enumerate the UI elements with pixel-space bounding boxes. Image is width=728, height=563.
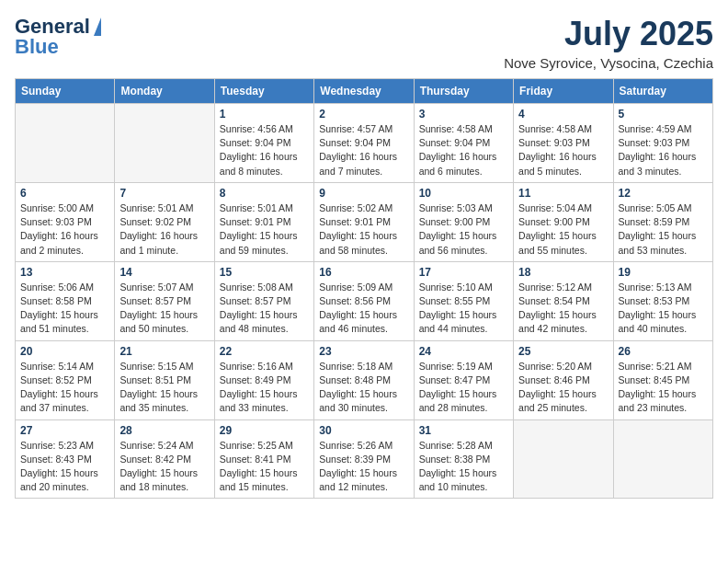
calendar-day-cell: 18Sunrise: 5:12 AM Sunset: 8:54 PM Dayli… bbox=[514, 261, 613, 340]
day-number: 15 bbox=[220, 266, 309, 279]
calendar-day-cell: 10Sunrise: 5:03 AM Sunset: 9:00 PM Dayli… bbox=[414, 182, 513, 261]
day-info: Sunrise: 5:03 AM Sunset: 9:00 PM Dayligh… bbox=[419, 201, 508, 258]
day-of-week-header: Wednesday bbox=[314, 79, 414, 104]
logo-arrow-icon bbox=[94, 17, 101, 36]
day-of-week-header: Monday bbox=[115, 79, 214, 104]
calendar-day-cell: 17Sunrise: 5:10 AM Sunset: 8:55 PM Dayli… bbox=[414, 261, 513, 340]
calendar-empty-cell bbox=[514, 419, 613, 499]
day-of-week-header: Sunday bbox=[16, 79, 115, 104]
day-info: Sunrise: 4:58 AM Sunset: 9:03 PM Dayligh… bbox=[518, 122, 608, 178]
day-info: Sunrise: 5:26 AM Sunset: 8:39 PM Dayligh… bbox=[319, 439, 408, 495]
day-info: Sunrise: 5:09 AM Sunset: 8:56 PM Dayligh… bbox=[319, 281, 408, 337]
calendar-day-cell: 8Sunrise: 5:01 AM Sunset: 9:01 PM Daylig… bbox=[214, 182, 313, 261]
day-info: Sunrise: 5:14 AM Sunset: 8:52 PM Dayligh… bbox=[20, 360, 109, 416]
calendar-day-cell: 16Sunrise: 5:09 AM Sunset: 8:56 PM Dayli… bbox=[314, 261, 414, 340]
calendar-week-row: 13Sunrise: 5:06 AM Sunset: 8:58 PM Dayli… bbox=[16, 261, 713, 340]
calendar-day-cell: 12Sunrise: 5:05 AM Sunset: 8:59 PM Dayli… bbox=[613, 182, 712, 261]
calendar-empty-cell bbox=[115, 104, 214, 183]
day-info: Sunrise: 4:57 AM Sunset: 9:04 PM Dayligh… bbox=[319, 122, 408, 178]
day-number: 31 bbox=[419, 424, 508, 437]
day-info: Sunrise: 5:21 AM Sunset: 8:45 PM Dayligh… bbox=[619, 360, 708, 416]
calendar-table: SundayMondayTuesdayWednesdayThursdayFrid… bbox=[15, 78, 713, 499]
day-number: 7 bbox=[119, 187, 209, 200]
calendar-day-cell: 4Sunrise: 4:58 AM Sunset: 9:03 PM Daylig… bbox=[514, 104, 613, 183]
day-info: Sunrise: 5:15 AM Sunset: 8:51 PM Dayligh… bbox=[119, 360, 209, 416]
calendar-week-row: 6Sunrise: 5:00 AM Sunset: 9:03 PM Daylig… bbox=[16, 182, 713, 261]
day-number: 24 bbox=[419, 345, 508, 358]
calendar-day-cell: 29Sunrise: 5:25 AM Sunset: 8:41 PM Dayli… bbox=[214, 419, 313, 499]
calendar-day-cell: 27Sunrise: 5:23 AM Sunset: 8:43 PM Dayli… bbox=[16, 419, 115, 499]
calendar-day-cell: 19Sunrise: 5:13 AM Sunset: 8:53 PM Dayli… bbox=[613, 261, 712, 340]
logo-blue-text: Blue bbox=[15, 35, 59, 59]
day-number: 26 bbox=[619, 345, 708, 358]
day-number: 30 bbox=[319, 424, 408, 437]
day-number: 18 bbox=[518, 266, 608, 279]
day-number: 14 bbox=[119, 266, 209, 279]
day-info: Sunrise: 5:01 AM Sunset: 9:01 PM Dayligh… bbox=[220, 201, 309, 258]
day-number: 27 bbox=[20, 424, 109, 437]
day-info: Sunrise: 5:28 AM Sunset: 8:38 PM Dayligh… bbox=[419, 439, 508, 495]
day-number: 28 bbox=[119, 424, 209, 437]
calendar-day-cell: 6Sunrise: 5:00 AM Sunset: 9:03 PM Daylig… bbox=[16, 182, 115, 261]
day-number: 1 bbox=[220, 108, 309, 121]
calendar-day-cell: 1Sunrise: 4:56 AM Sunset: 9:04 PM Daylig… bbox=[214, 104, 313, 183]
day-info: Sunrise: 5:07 AM Sunset: 8:57 PM Dayligh… bbox=[119, 281, 209, 337]
calendar-day-cell: 13Sunrise: 5:06 AM Sunset: 8:58 PM Dayli… bbox=[16, 261, 115, 340]
month-title: July 2025 bbox=[504, 15, 713, 53]
calendar-day-cell: 11Sunrise: 5:04 AM Sunset: 9:00 PM Dayli… bbox=[514, 182, 613, 261]
calendar-day-cell: 24Sunrise: 5:19 AM Sunset: 8:47 PM Dayli… bbox=[414, 340, 513, 419]
day-number: 8 bbox=[220, 187, 309, 200]
location-subtitle: Nove Syrovice, Vysocina, Czechia bbox=[504, 55, 713, 71]
day-number: 16 bbox=[319, 266, 408, 279]
day-number: 10 bbox=[419, 187, 508, 200]
day-of-week-header: Tuesday bbox=[214, 79, 313, 104]
day-number: 4 bbox=[518, 108, 608, 121]
day-number: 6 bbox=[20, 187, 109, 200]
calendar-week-row: 1Sunrise: 4:56 AM Sunset: 9:04 PM Daylig… bbox=[16, 104, 713, 183]
calendar-day-cell: 23Sunrise: 5:18 AM Sunset: 8:48 PM Dayli… bbox=[314, 340, 414, 419]
day-info: Sunrise: 5:23 AM Sunset: 8:43 PM Dayligh… bbox=[20, 439, 109, 495]
day-info: Sunrise: 5:00 AM Sunset: 9:03 PM Dayligh… bbox=[20, 201, 109, 258]
day-info: Sunrise: 4:58 AM Sunset: 9:04 PM Dayligh… bbox=[419, 122, 508, 178]
day-number: 21 bbox=[119, 345, 209, 358]
day-number: 12 bbox=[619, 187, 708, 200]
calendar-day-cell: 21Sunrise: 5:15 AM Sunset: 8:51 PM Dayli… bbox=[115, 340, 214, 419]
day-number: 20 bbox=[20, 345, 109, 358]
calendar-day-cell: 22Sunrise: 5:16 AM Sunset: 8:49 PM Dayli… bbox=[214, 340, 313, 419]
day-of-week-header: Saturday bbox=[613, 79, 712, 104]
calendar-day-cell: 7Sunrise: 5:01 AM Sunset: 9:02 PM Daylig… bbox=[115, 182, 214, 261]
day-number: 13 bbox=[20, 266, 109, 279]
day-number: 11 bbox=[518, 187, 608, 200]
day-info: Sunrise: 5:04 AM Sunset: 9:00 PM Dayligh… bbox=[518, 201, 608, 258]
day-info: Sunrise: 5:08 AM Sunset: 8:57 PM Dayligh… bbox=[220, 281, 309, 337]
day-number: 22 bbox=[220, 345, 309, 358]
day-info: Sunrise: 5:01 AM Sunset: 9:02 PM Dayligh… bbox=[119, 201, 209, 258]
day-number: 23 bbox=[319, 345, 408, 358]
day-number: 5 bbox=[619, 108, 708, 121]
day-info: Sunrise: 4:59 AM Sunset: 9:03 PM Dayligh… bbox=[619, 122, 708, 178]
day-info: Sunrise: 5:19 AM Sunset: 8:47 PM Dayligh… bbox=[419, 360, 508, 416]
calendar-day-cell: 9Sunrise: 5:02 AM Sunset: 9:01 PM Daylig… bbox=[314, 182, 414, 261]
day-number: 3 bbox=[419, 108, 508, 121]
calendar-day-cell: 28Sunrise: 5:24 AM Sunset: 8:42 PM Dayli… bbox=[115, 419, 214, 499]
calendar-day-cell: 15Sunrise: 5:08 AM Sunset: 8:57 PM Dayli… bbox=[214, 261, 313, 340]
day-info: Sunrise: 5:06 AM Sunset: 8:58 PM Dayligh… bbox=[20, 281, 109, 337]
day-info: Sunrise: 5:13 AM Sunset: 8:53 PM Dayligh… bbox=[619, 281, 708, 337]
calendar-header-row: SundayMondayTuesdayWednesdayThursdayFrid… bbox=[16, 79, 713, 104]
logo: General Blue bbox=[15, 15, 101, 59]
day-info: Sunrise: 5:20 AM Sunset: 8:46 PM Dayligh… bbox=[518, 360, 608, 416]
calendar-day-cell: 30Sunrise: 5:26 AM Sunset: 8:39 PM Dayli… bbox=[314, 419, 414, 499]
day-info: Sunrise: 5:05 AM Sunset: 8:59 PM Dayligh… bbox=[619, 201, 708, 258]
day-info: Sunrise: 4:56 AM Sunset: 9:04 PM Dayligh… bbox=[220, 122, 309, 178]
title-block: July 2025 Nove Syrovice, Vysocina, Czech… bbox=[504, 15, 713, 71]
day-info: Sunrise: 5:25 AM Sunset: 8:41 PM Dayligh… bbox=[220, 439, 309, 495]
day-info: Sunrise: 5:02 AM Sunset: 9:01 PM Dayligh… bbox=[319, 201, 408, 258]
day-number: 19 bbox=[619, 266, 708, 279]
calendar-day-cell: 26Sunrise: 5:21 AM Sunset: 8:45 PM Dayli… bbox=[613, 340, 712, 419]
day-number: 17 bbox=[419, 266, 508, 279]
calendar-day-cell: 14Sunrise: 5:07 AM Sunset: 8:57 PM Dayli… bbox=[115, 261, 214, 340]
day-number: 29 bbox=[220, 424, 309, 437]
day-info: Sunrise: 5:18 AM Sunset: 8:48 PM Dayligh… bbox=[319, 360, 408, 416]
calendar-empty-cell bbox=[16, 104, 115, 183]
page-header: General Blue July 2025 Nove Syrovice, Vy… bbox=[15, 15, 713, 71]
